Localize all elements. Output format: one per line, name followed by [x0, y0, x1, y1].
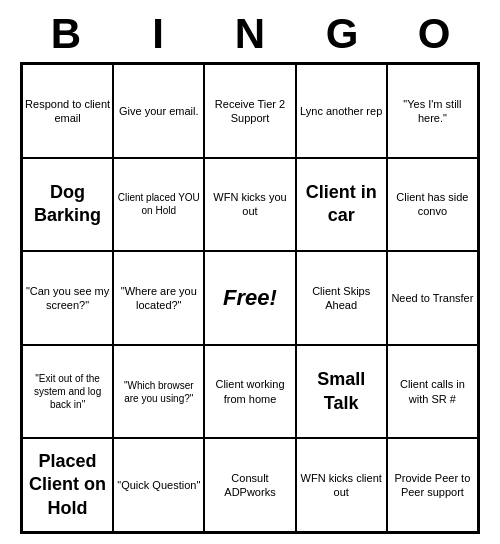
cell-23: WFN kicks client out [296, 438, 387, 532]
cell-3: Lync another rep [296, 64, 387, 158]
cell-22: Consult ADPworks [204, 438, 295, 532]
cell-1: Give your email. [113, 64, 204, 158]
title-i: I [128, 10, 188, 58]
cell-15: "Exit out of the system and log back in" [22, 345, 113, 439]
title-o: O [404, 10, 464, 58]
title-g: G [312, 10, 372, 58]
cell-18: Small Talk [296, 345, 387, 439]
title-b: B [36, 10, 96, 58]
cell-13: Client Skips Ahead [296, 251, 387, 345]
cell-14: Need to Transfer [387, 251, 478, 345]
cell-7: WFN kicks you out [204, 158, 295, 252]
cell-21: "Quick Question" [113, 438, 204, 532]
cell-5: Dog Barking [22, 158, 113, 252]
cell-2: Receive Tier 2 Support [204, 64, 295, 158]
cell-4: "Yes I'm still here." [387, 64, 478, 158]
cell-8: Client in car [296, 158, 387, 252]
title-n: N [220, 10, 280, 58]
bingo-grid: Respond to client email Give your email.… [20, 62, 480, 534]
cell-10: "Can you see my screen?" [22, 251, 113, 345]
cell-24: Provide Peer to Peer support [387, 438, 478, 532]
cell-6: Client placed YOU on Hold [113, 158, 204, 252]
cell-9: Client has side convo [387, 158, 478, 252]
cell-0: Respond to client email [22, 64, 113, 158]
bingo-title: B I N G O [20, 10, 480, 58]
cell-19: Client calls in with SR # [387, 345, 478, 439]
cell-17: Client working from home [204, 345, 295, 439]
cell-11: "Where are you located?" [113, 251, 204, 345]
cell-free: Free! [204, 251, 295, 345]
cell-20: Placed Client on Hold [22, 438, 113, 532]
cell-16: "Which browser are you using?" [113, 345, 204, 439]
